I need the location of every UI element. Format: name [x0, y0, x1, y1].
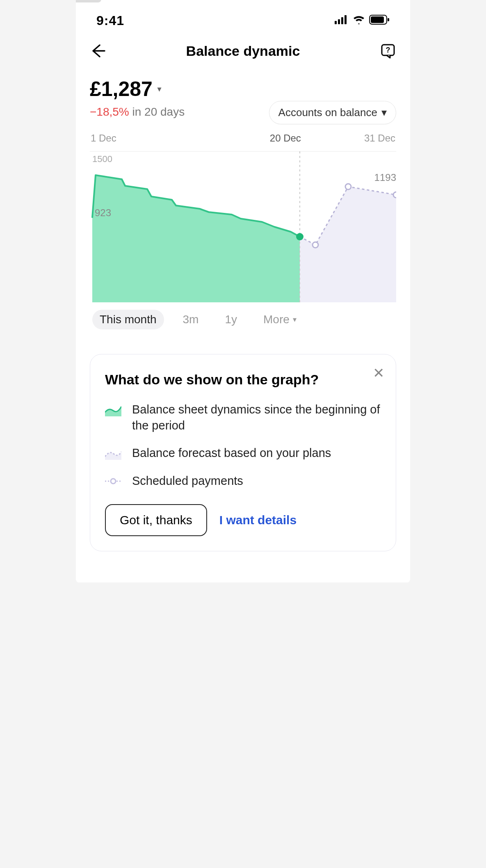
legend-actual-icon	[105, 402, 121, 418]
balance-amount-dropdown[interactable]: £1,287 ▾	[90, 77, 161, 101]
svg-rect-6	[388, 18, 389, 21]
chart-date-current: 20 Dec	[270, 132, 301, 144]
svg-rect-5	[371, 16, 384, 23]
svg-point-12	[345, 184, 351, 190]
legend-row-forecast: Balance forecast based on your plans	[105, 445, 381, 461]
legend-scheduled-text: Scheduled payments	[132, 473, 243, 489]
range-3m[interactable]: 3m	[176, 310, 206, 329]
battery-icon	[369, 15, 390, 26]
range-more-label: More	[263, 313, 290, 326]
svg-rect-2	[341, 17, 343, 24]
svg-point-16	[111, 479, 116, 484]
wifi-icon	[353, 15, 365, 26]
notch-pill	[76, 0, 101, 2]
signal-icon	[335, 15, 349, 26]
balance-row: £1,287 ▾	[76, 69, 410, 101]
app-screen: 9:41 Balance dynamic ? £1,287 ▾	[76, 0, 410, 582]
card-actions: Got it, thanks I want details	[105, 504, 381, 536]
got-it-button[interactable]: Got it, thanks	[105, 504, 207, 536]
page-title: Balance dynamic	[186, 43, 300, 59]
svg-rect-0	[335, 21, 337, 24]
close-button[interactable]: ✕	[373, 366, 384, 380]
balance-change-period: in 20 days	[132, 105, 185, 118]
range-1y[interactable]: 1y	[217, 310, 244, 329]
legend-forecast-text: Balance forecast based on your plans	[132, 445, 331, 461]
chart-container: 1 Dec 20 Dec 31 Dec 1500 0	[76, 124, 410, 304]
chart-start-value-label: 923	[95, 207, 111, 218]
accounts-chip-label: Accounts on balance	[278, 106, 377, 119]
svg-point-11	[313, 242, 318, 248]
nav-header: Balance dynamic ?	[76, 33, 410, 69]
chart-forecast-end-label: 1193	[374, 172, 396, 183]
chevron-down-icon: ▾	[157, 85, 161, 94]
range-tabs: This month 3m 1y More ▾	[76, 304, 410, 342]
chart-date-start: 1 Dec	[91, 132, 116, 144]
balance-change: −18,5% in 20 days	[76, 103, 199, 123]
balance-change-pct: −18,5%	[90, 105, 129, 118]
accounts-on-balance-dropdown[interactable]: Accounts on balance ▾	[269, 101, 396, 124]
graph-explainer-card: ✕ What do we show on the graph? Balance …	[90, 354, 396, 551]
status-time: 9:41	[96, 13, 124, 28]
svg-point-13	[393, 192, 396, 198]
balance-chart[interactable]: 1500 0 923 1193	[90, 146, 396, 302]
legend-scheduled-icon	[105, 473, 121, 489]
svg-rect-3	[345, 15, 347, 24]
chart-date-axis: 1 Dec 20 Dec 31 Dec	[90, 132, 396, 144]
svg-text:?: ?	[386, 46, 390, 54]
range-this-month[interactable]: This month	[92, 310, 164, 329]
legend-forecast-icon	[105, 445, 121, 461]
status-indicators	[335, 15, 390, 26]
chart-date-end: 31 Dec	[364, 132, 395, 144]
svg-rect-1	[338, 19, 340, 24]
chart-y-tick-top: 1500	[92, 154, 112, 164]
chevron-down-icon: ▾	[381, 106, 387, 119]
legend-row-actual: Balance sheet dynamics since the beginni…	[105, 402, 381, 434]
legend-row-scheduled: Scheduled payments	[105, 473, 381, 489]
svg-point-14	[296, 233, 303, 240]
back-button[interactable]	[88, 41, 108, 61]
help-button[interactable]: ?	[378, 41, 398, 61]
range-more-dropdown[interactable]: More ▾	[256, 310, 304, 329]
card-title: What do we show on the graph?	[105, 372, 381, 388]
balance-amount-value: £1,287	[90, 77, 153, 101]
i-want-details-link[interactable]: I want details	[219, 513, 297, 527]
legend-actual-text: Balance sheet dynamics since the beginni…	[132, 402, 381, 434]
chevron-down-icon: ▾	[293, 315, 297, 324]
status-bar: 9:41	[76, 0, 410, 33]
